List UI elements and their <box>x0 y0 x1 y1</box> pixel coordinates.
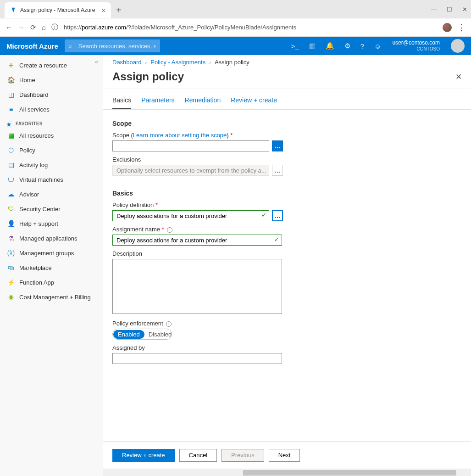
sidebar-item-label: Management groups <box>19 250 74 257</box>
sidebar-item-advisor[interactable]: ☁Advisor <box>0 187 103 202</box>
shield-icon: ⬡ <box>7 146 15 154</box>
exclusions-picker-button[interactable]: … <box>272 165 283 176</box>
user-tenant: CONTOSO <box>392 46 440 52</box>
nav-create-resource[interactable]: + Create a resource <box>0 58 103 73</box>
tab-basics[interactable]: Basics <box>112 96 131 109</box>
description-label: Description <box>112 250 462 257</box>
enforcement-label: Policy enforcement i <box>112 320 462 327</box>
sidebar-item-label: Marketplace <box>19 264 52 271</box>
scope-input[interactable] <box>112 140 269 151</box>
search-icon: ⌕ <box>68 42 72 49</box>
sidebar-item-function-app[interactable]: ⚡Function App <box>0 275 103 290</box>
azure-brand[interactable]: Microsoft Azure <box>6 42 58 50</box>
scope-picker-button[interactable]: … <box>272 140 283 151</box>
url-display[interactable]: https://portal.azure.com/?#blade/Microso… <box>64 24 437 31</box>
sidebar-item-all-resources[interactable]: ▦All resources <box>0 128 103 143</box>
sidebar-item-help-support[interactable]: 👤Help + support <box>0 216 103 231</box>
browser-forward-icon: → <box>18 23 25 31</box>
managed-icon: ⚗ <box>7 235 15 242</box>
info-icon[interactable]: i <box>166 321 172 327</box>
horizontal-scrollbar[interactable] <box>103 469 471 476</box>
nav-home[interactable]: 🏠 Home <box>0 73 103 87</box>
directory-filter-icon[interactable]: ▥ <box>309 42 316 50</box>
sidebar-item-label: Advisor <box>19 191 39 198</box>
grid-icon: ▦ <box>7 132 15 139</box>
browser-menu-icon[interactable]: ⋮ <box>457 22 465 33</box>
sidebar-item-security-center[interactable]: 🛡Security Center <box>0 202 103 216</box>
scope-label: Scope (Learn more about setting the scop… <box>112 132 462 139</box>
global-search-input[interactable] <box>65 39 160 52</box>
feedback-icon[interactable]: ☺ <box>374 42 381 50</box>
breadcrumb-dashboard[interactable]: Dashboard <box>112 59 142 66</box>
window-close-icon[interactable]: ✕ <box>462 6 467 13</box>
breadcrumb-current: Assign policy <box>215 59 249 66</box>
previous-button: Previous <box>222 449 264 462</box>
site-info-icon[interactable]: ⓘ <box>51 23 58 32</box>
user-email: user@contoso.com <box>392 39 440 46</box>
blade-close-icon[interactable]: ✕ <box>455 72 462 82</box>
settings-gear-icon[interactable]: ⚙ <box>344 42 350 50</box>
advisor-icon: ☁ <box>7 190 15 198</box>
browser-back-icon[interactable]: ← <box>6 23 12 31</box>
tab-parameters[interactable]: Parameters <box>141 96 174 109</box>
info-icon[interactable]: i <box>167 227 172 233</box>
nav-all-services[interactable]: ≡ All services <box>0 102 103 117</box>
policy-definition-picker-button[interactable]: … <box>272 210 283 221</box>
assignment-name-input[interactable] <box>112 235 282 246</box>
mgmt-icon: (λ) <box>7 249 15 257</box>
cloud-shell-icon[interactable]: >_ <box>291 42 299 50</box>
scope-learn-more-link[interactable]: Learn more about setting the scope <box>133 132 227 139</box>
window-maximize-icon[interactable]: ☐ <box>447 6 452 13</box>
sidebar-item-label: Function App <box>19 279 54 286</box>
nav-dashboard[interactable]: ◫ Dashboard <box>0 87 103 102</box>
help-icon: 👤 <box>7 220 15 227</box>
description-textarea[interactable] <box>112 259 282 314</box>
tab-title: Assign policy - Microsoft Azure <box>20 7 95 13</box>
sidebar-item-label: Security Center <box>19 206 61 213</box>
assigned-by-input[interactable] <box>112 353 282 364</box>
scrollbar-thumb[interactable] <box>243 470 456 476</box>
sidebar-item-virtual-machines[interactable]: 🖵Virtual machines <box>0 172 103 187</box>
sidebar-item-label: Managed applications <box>19 235 77 242</box>
sidenav-collapse-icon[interactable]: « <box>95 59 98 65</box>
tab-close-icon[interactable]: × <box>101 6 105 14</box>
policy-definition-input[interactable] <box>112 210 269 221</box>
tab-remediation[interactable]: Remediation <box>185 96 221 109</box>
notifications-icon[interactable]: 🔔 <box>326 42 334 50</box>
review-create-button[interactable]: Review + create <box>112 449 175 462</box>
sidebar-item-cost-management-billing[interactable]: ◉Cost Management + Billing <box>0 290 103 304</box>
exclusions-input[interactable]: Optionally select resources to exempt fr… <box>112 165 269 176</box>
section-scope: Scope <box>112 120 462 127</box>
profile-avatar-icon[interactable] <box>443 23 452 32</box>
browser-home-icon[interactable]: ⌂ <box>42 23 46 31</box>
sidebar-item-policy[interactable]: ⬡Policy <box>0 143 103 157</box>
sidebar-item-activity-log[interactable]: ▤Activity log <box>0 157 103 172</box>
policy-definition-label: Policy definition * <box>112 202 462 208</box>
enforcement-toggle[interactable]: Enabled Disabled <box>112 329 172 340</box>
content-area: Dashboard › Policy - Assignments › Assig… <box>103 55 471 476</box>
help-icon[interactable]: ? <box>360 42 364 50</box>
sidebar-item-label: All resources <box>19 132 54 139</box>
sidebar-item-label: Virtual machines <box>19 176 63 183</box>
cancel-button[interactable]: Cancel <box>179 449 217 462</box>
sidebar-item-management-groups[interactable]: (λ)Management groups <box>0 246 103 260</box>
user-avatar-icon[interactable] <box>451 39 465 53</box>
breadcrumb-policy[interactable]: Policy - Assignments <box>150 59 205 66</box>
page-title: Assign policy <box>112 70 184 83</box>
vm-icon: 🖵 <box>7 176 15 183</box>
section-basics: Basics <box>112 190 462 197</box>
browser-refresh-icon[interactable]: ⟳ <box>30 23 36 32</box>
sidebar-item-label: Policy <box>19 147 35 154</box>
sidebar-item-marketplace[interactable]: 🛍Marketplace <box>0 260 103 275</box>
window-minimize-icon[interactable]: — <box>431 6 437 13</box>
sidebar-item-managed-applications[interactable]: ⚗Managed applications <box>0 231 103 246</box>
browser-tab[interactable]: Assign policy - Microsoft Azure × <box>5 2 111 18</box>
breadcrumb: Dashboard › Policy - Assignments › Assig… <box>103 55 471 69</box>
next-button[interactable]: Next <box>269 449 300 462</box>
user-account[interactable]: user@contoso.com CONTOSO <box>392 39 440 52</box>
new-tab-button[interactable]: + <box>111 2 127 18</box>
azure-favicon-icon <box>10 7 17 13</box>
chevron-right-icon: › <box>145 60 147 65</box>
tab-review[interactable]: Review + create <box>231 96 277 109</box>
assignment-name-label: Assignment name * i <box>112 226 462 233</box>
